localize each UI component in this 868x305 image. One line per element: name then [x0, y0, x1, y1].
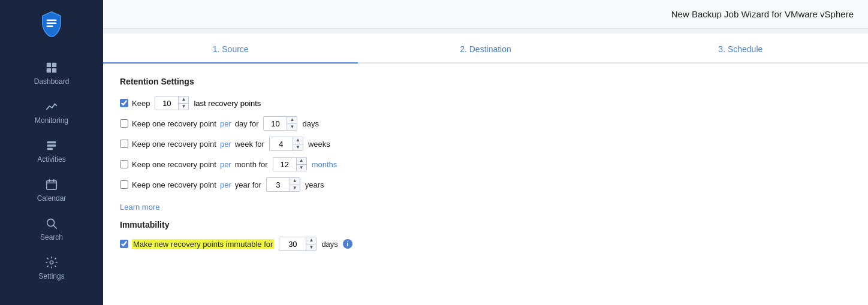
keep-value-spinbox[interactable]: ▲ ▼ [155, 96, 189, 110]
per-day-down-btn[interactable]: ▼ [287, 123, 297, 131]
per-day-unit: days [302, 119, 318, 128]
content-area: 1. Source 2. Destination 3. Schedule Ret… [103, 34, 868, 305]
keep-value-up-btn[interactable]: ▲ [179, 96, 188, 103]
svg-rect-1 [47, 22, 57, 24]
immutability-checkbox[interactable] [120, 240, 128, 248]
sidebar-item-search-label: Search [40, 233, 63, 241]
per-month-spinbox[interactable]: ▲ ▼ [273, 157, 307, 171]
dashboard-icon [45, 61, 58, 74]
search-icon [45, 217, 58, 230]
sidebar-item-activities[interactable]: Activities [0, 131, 103, 170]
per-year-unit: years [305, 180, 324, 189]
tab-schedule[interactable]: 3. Schedule [613, 34, 868, 64]
per-week-input[interactable] [270, 137, 293, 151]
svg-rect-7 [47, 141, 56, 144]
per-week-down-btn[interactable]: ▼ [293, 144, 303, 152]
per-month-down-btn[interactable]: ▼ [297, 164, 306, 172]
per-day-up-btn[interactable]: ▲ [287, 116, 297, 123]
calendar-icon [45, 178, 58, 191]
monitoring-icon [45, 100, 58, 113]
per-month-row: Keep one recovery point per month for ▲ … [120, 156, 851, 173]
shield-logo-icon [38, 11, 65, 37]
keep-last-checkbox[interactable] [120, 99, 128, 107]
immutability-spinbox[interactable]: ▲ ▼ [279, 237, 317, 251]
per-month-unit: months [312, 160, 337, 169]
immutability-value-input[interactable] [279, 237, 306, 251]
per-year-label: Keep one recovery point per year for [120, 180, 261, 189]
immutability-up-btn[interactable]: ▲ [306, 237, 316, 244]
per-week-label: Keep one recovery point per week for [120, 140, 264, 149]
immutability-down-btn[interactable]: ▼ [306, 244, 316, 252]
sidebar-item-dashboard[interactable]: Dashboard [0, 53, 103, 92]
activities-icon [45, 139, 58, 152]
sidebar: Dashboard Monitoring Activities [0, 0, 103, 305]
learn-more-link[interactable]: Learn more [120, 203, 159, 212]
per-month-input[interactable] [273, 157, 296, 171]
per-year-spinbox[interactable]: ▲ ▼ [266, 177, 300, 192]
per-month-checkbox[interactable] [120, 160, 128, 168]
svg-rect-5 [47, 68, 51, 73]
per-week-row: Keep one recovery point per week for ▲ ▼… [120, 135, 851, 152]
keep-value-spinbox-btns: ▲ ▼ [178, 96, 188, 110]
topbar: New Backup Job Wizard for VMware vSphere [103, 0, 868, 29]
main-area: New Backup Job Wizard for VMware vSphere… [103, 0, 868, 305]
sidebar-item-activities-label: Activities [37, 155, 65, 164]
svg-rect-0 [47, 19, 57, 21]
svg-rect-3 [47, 63, 51, 67]
sidebar-item-calendar[interactable]: Calendar [0, 170, 103, 209]
per-year-checkbox[interactable] [120, 180, 128, 189]
immutability-info-icon[interactable]: i [343, 239, 352, 249]
per-month-up-btn[interactable]: ▲ [297, 157, 306, 164]
immutability-text: Make new recovery points immutable for [132, 239, 274, 249]
keep-value-down-btn[interactable]: ▼ [179, 103, 188, 111]
svg-rect-2 [47, 26, 53, 28]
keep-last-label: Keep [120, 99, 150, 108]
per-month-label: Keep one recovery point per month for [120, 160, 268, 169]
sidebar-item-dashboard-label: Dashboard [34, 77, 70, 86]
per-week-checkbox[interactable] [120, 140, 128, 148]
sidebar-item-settings[interactable]: Settings [0, 247, 103, 286]
per-week-spinbox[interactable]: ▲ ▼ [269, 137, 303, 151]
wizard-tabs: 1. Source 2. Destination 3. Schedule [103, 34, 868, 64]
settings-icon [45, 256, 58, 269]
per-week-unit: weeks [308, 140, 330, 149]
immutability-unit: days [321, 240, 337, 249]
svg-point-16 [50, 261, 53, 264]
svg-rect-9 [47, 148, 53, 150]
per-week-up-btn[interactable]: ▲ [293, 137, 303, 144]
sidebar-item-monitoring-label: Monitoring [35, 116, 68, 125]
form-area: Retention Settings Keep ▲ ▼ last recover… [103, 64, 868, 269]
sidebar-item-calendar-label: Calendar [37, 194, 67, 203]
sidebar-logo [0, 0, 103, 48]
per-year-up-btn[interactable]: ▲ [290, 177, 300, 185]
sidebar-item-monitoring[interactable]: Monitoring [0, 92, 103, 131]
per-day-spinbox[interactable]: ▲ ▼ [263, 116, 297, 131]
per-day-checkbox[interactable] [120, 119, 128, 128]
keep-last-post-label: last recovery points [194, 99, 261, 108]
retention-section-title: Retention Settings [120, 77, 851, 86]
immutability-section-title: Immutability [120, 220, 851, 229]
keep-value-input[interactable] [155, 96, 178, 110]
sidebar-menu: Dashboard Monitoring Activities [0, 53, 103, 286]
per-year-input[interactable] [267, 177, 290, 192]
page-title: New Backup Job Wizard for VMware vSphere [671, 9, 854, 19]
per-year-row: Keep one recovery point per year for ▲ ▼… [120, 176, 851, 193]
immutability-label: Make new recovery points immutable for [120, 239, 274, 249]
sidebar-item-search[interactable]: Search [0, 209, 103, 247]
keep-last-row: Keep ▲ ▼ last recovery points [120, 95, 851, 111]
sidebar-item-settings-label: Settings [38, 272, 64, 280]
tab-destination[interactable]: 2. Destination [358, 34, 613, 64]
per-year-down-btn[interactable]: ▼ [290, 185, 300, 192]
per-day-input[interactable] [264, 116, 287, 131]
svg-rect-8 [47, 144, 56, 147]
immutability-row: Make new recovery points immutable for ▲… [120, 235, 851, 252]
svg-line-15 [53, 225, 56, 228]
per-day-label: Keep one recovery point per day for [120, 119, 258, 128]
svg-rect-6 [52, 68, 56, 73]
tab-source[interactable]: 1. Source [103, 34, 358, 64]
per-day-row: Keep one recovery point per day for ▲ ▼ … [120, 115, 851, 132]
svg-rect-4 [52, 63, 56, 67]
svg-rect-10 [47, 181, 57, 190]
